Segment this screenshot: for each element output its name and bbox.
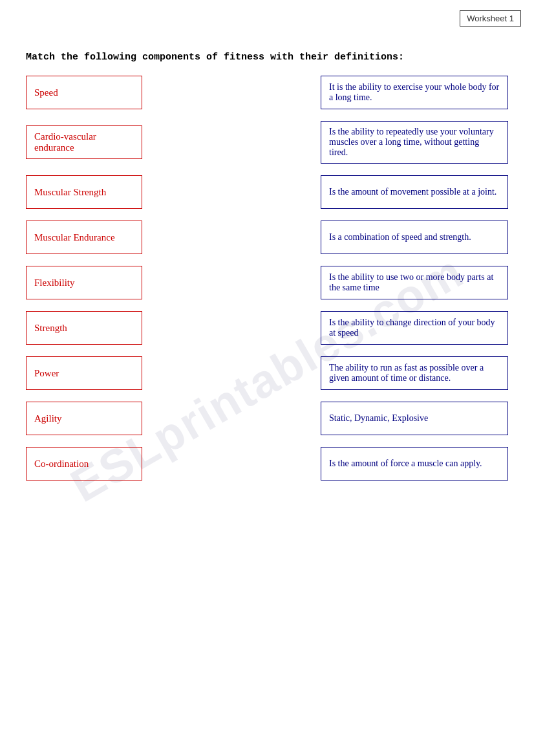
- match-row-strength: StrengthIs the ability to change directi…: [26, 311, 508, 345]
- right-definition-co-ordination: Is the amount of force a muscle can appl…: [321, 447, 508, 481]
- match-row-muscular-strength: Muscular StrengthIs the amount of moveme…: [26, 175, 508, 209]
- left-term-muscular-endurance: Muscular Endurance: [26, 221, 142, 254]
- left-term-speed: Speed: [26, 76, 142, 109]
- right-definition-muscular-endurance: Is a combination of speed and strength.: [321, 221, 508, 254]
- right-definition-muscular-strength: Is the amount of movement possible at a …: [321, 175, 508, 209]
- right-definition-speed: It is the ability to exercise your whole…: [321, 76, 508, 109]
- match-row-power: PowerThe ability to run as fast as possi…: [26, 356, 508, 390]
- match-row-cardio: Cardio-vascular enduranceIs the ability …: [26, 121, 508, 164]
- match-row-muscular-endurance: Muscular EnduranceIs a combination of sp…: [26, 221, 508, 254]
- left-term-flexibility: Flexibility: [26, 266, 142, 299]
- right-definition-power: The ability to run as fast as possible o…: [321, 356, 508, 390]
- left-term-co-ordination: Co-ordination: [26, 447, 142, 481]
- worksheet-label: Worksheet 1: [460, 10, 521, 27]
- left-term-strength: Strength: [26, 311, 142, 345]
- match-row-agility: AgilityStatic, Dynamic, Explosive: [26, 402, 508, 435]
- match-row-speed: SpeedIt is the ability to exercise your …: [26, 76, 508, 109]
- left-term-agility: Agility: [26, 402, 142, 435]
- match-row-co-ordination: Co-ordinationIs the amount of force a mu…: [26, 447, 508, 481]
- left-term-muscular-strength: Muscular Strength: [26, 175, 142, 209]
- left-term-cardio: Cardio-vascular endurance: [26, 125, 142, 159]
- right-definition-strength: Is the ability to change direction of yo…: [321, 311, 508, 345]
- instructions: Match the following components of fitnes…: [26, 52, 508, 63]
- right-definition-cardio: Is the ability to repeatedly use your vo…: [321, 121, 508, 164]
- right-definition-agility: Static, Dynamic, Explosive: [321, 402, 508, 435]
- match-row-flexibility: FlexibilityIs the ability to use two or …: [26, 266, 508, 299]
- right-definition-flexibility: Is the ability to use two or more body p…: [321, 266, 508, 299]
- left-term-power: Power: [26, 356, 142, 390]
